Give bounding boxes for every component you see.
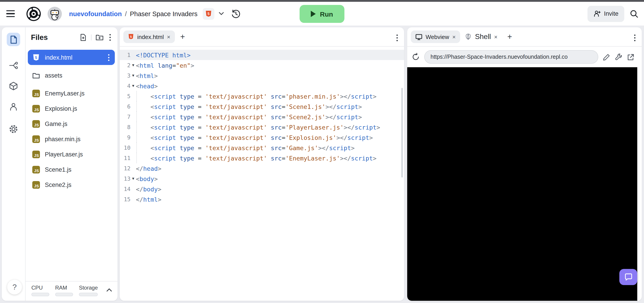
- rail-account-icon[interactable]: [7, 100, 20, 113]
- breadcrumb-org-link[interactable]: nuevofoundation: [69, 10, 122, 17]
- tab-webview[interactable]: Webview ×: [411, 30, 460, 43]
- refresh-icon[interactable]: [412, 53, 420, 61]
- code-line-9[interactable]: 9 <script type = 'text/javascript' src='…: [120, 132, 404, 143]
- code-line-8[interactable]: 8 <script type = 'text/javascript' src='…: [120, 122, 404, 132]
- new-pane-icon[interactable]: +: [508, 33, 512, 41]
- close-tab-icon[interactable]: ×: [167, 34, 170, 40]
- chat-button[interactable]: [619, 269, 637, 285]
- code-text: <script type = 'text/javascript' src='Ga…: [136, 144, 355, 151]
- run-button[interactable]: Run: [300, 5, 344, 23]
- code-text: <html>: [136, 72, 158, 79]
- editor-menu-kebab[interactable]: [396, 34, 399, 42]
- chat-bubble-icon: [624, 273, 632, 281]
- replit-logo[interactable]: [26, 6, 41, 21]
- code-line-7[interactable]: 7 <script type = 'text/javascript' src='…: [120, 112, 404, 122]
- webview-card: Webview × Shell × +: [407, 27, 642, 301]
- code-line-6[interactable]: 6 <script type = 'text/javascript' src='…: [120, 101, 404, 112]
- ram-label: RAM: [55, 285, 73, 291]
- editor-card: 5 index.html × + 1<!DOCTYPE html>2▼<html…: [120, 27, 404, 301]
- code-line-14[interactable]: 14</body>: [120, 184, 404, 194]
- editor-scrollbar[interactable]: [402, 88, 403, 178]
- code-line-5[interactable]: 5 <script type = 'text/javascript' src='…: [120, 91, 404, 101]
- file-row-index.html[interactable]: 5index.html: [28, 50, 115, 65]
- rail-version-control-icon[interactable]: [7, 59, 20, 72]
- line-number: 2: [120, 62, 130, 69]
- close-webview-icon[interactable]: ×: [452, 34, 456, 40]
- close-shell-icon[interactable]: ×: [494, 34, 497, 40]
- js-file-icon: JS: [32, 120, 40, 128]
- breadcrumb-separator: /: [125, 10, 127, 17]
- code-text: </html>: [136, 196, 162, 203]
- ram-meter-bar: [55, 293, 73, 296]
- code-line-11[interactable]: 11 <script type = 'text/javascript' src=…: [120, 153, 404, 163]
- breadcrumb-project-name[interactable]: Phaser Space Invaders: [130, 10, 197, 17]
- ram-meter: RAM: [55, 285, 73, 296]
- file-row-Explosion.js[interactable]: JSExplosion.js: [28, 101, 115, 116]
- code-line-3[interactable]: 3▼<html>: [120, 70, 404, 81]
- resources-footer: CPU RAM Storage: [25, 281, 118, 301]
- code-editor[interactable]: 1<!DOCTYPE html>2▼<html lang="en">3▼<htm…: [120, 47, 404, 301]
- file-row-Scene1.js[interactable]: JSScene1.js: [28, 162, 115, 177]
- new-folder-icon[interactable]: [96, 34, 104, 41]
- file-options-kebab[interactable]: [107, 53, 110, 62]
- invite-button[interactable]: Invite: [587, 5, 624, 22]
- code-text: <script type = 'text/javascript' src='ph…: [136, 93, 376, 100]
- new-file-icon[interactable]: [80, 33, 87, 41]
- hamburger-menu-icon[interactable]: [6, 7, 20, 20]
- file-row-EnemyLaser.js[interactable]: JSEnemyLaser.js: [28, 86, 115, 101]
- search-icon[interactable]: [630, 9, 638, 18]
- top-bar: nuevofoundation / Phaser Space Invaders …: [0, 2, 644, 25]
- code-text: <body>: [136, 175, 158, 182]
- svg-text:5: 5: [208, 12, 210, 15]
- shell-icon: [464, 33, 472, 40]
- indent-guide: [136, 101, 137, 112]
- file-row-assets[interactable]: assets: [28, 68, 115, 83]
- editor-tab-index-html[interactable]: 5 index.html ×: [123, 30, 175, 43]
- history-icon[interactable]: [231, 9, 241, 18]
- indent-guide: [136, 91, 137, 101]
- url-input[interactable]: https://Phaser-Space-Invaders.nuevofound…: [424, 50, 598, 64]
- indent-guide: [136, 143, 137, 153]
- edit-url-icon[interactable]: [603, 53, 610, 61]
- fold-toggle-icon[interactable]: ▼: [130, 63, 136, 67]
- fold-toggle-icon[interactable]: ▼: [130, 74, 136, 77]
- code-line-12[interactable]: 12</head>: [120, 163, 404, 173]
- code-line-10[interactable]: 10 <script type = 'text/javascript' src=…: [120, 143, 404, 153]
- rail-settings-icon[interactable]: [7, 122, 20, 136]
- file-row-Scene2.js[interactable]: JSScene2.js: [28, 177, 115, 192]
- open-in-new-tab-icon[interactable]: [627, 53, 634, 61]
- code-text: <script type = 'text/javascript' src='Pl…: [136, 123, 380, 131]
- code-text: </body>: [136, 185, 162, 193]
- storage-meter: Storage: [79, 285, 98, 296]
- code-text: <head>: [136, 82, 158, 89]
- chevron-up-icon[interactable]: [106, 288, 112, 292]
- new-tab-icon[interactable]: +: [180, 33, 185, 41]
- code-line-2[interactable]: 2▼<html lang="en">: [120, 60, 404, 70]
- user-avatar[interactable]: [48, 6, 62, 21]
- window-top-edge: [0, 0, 644, 2]
- files-menu-kebab[interactable]: [108, 33, 112, 41]
- fold-toggle-icon[interactable]: ▼: [130, 177, 136, 180]
- devtools-wrench-icon[interactable]: [615, 53, 622, 61]
- file-name: phaser.min.js: [45, 136, 110, 142]
- tab-shell[interactable]: Shell ×: [460, 30, 502, 43]
- rail-packages-icon[interactable]: [7, 79, 20, 93]
- chevron-down-icon[interactable]: [219, 12, 224, 15]
- file-row-PlayerLaser.js[interactable]: JSPlayerLaser.js: [28, 147, 115, 162]
- rail-files-icon[interactable]: [7, 33, 20, 46]
- webview-menu-kebab[interactable]: [633, 34, 636, 42]
- file-row-Game.js[interactable]: JSGame.js: [28, 116, 115, 131]
- code-line-1[interactable]: 1<!DOCTYPE html>: [120, 50, 404, 60]
- fold-toggle-icon[interactable]: ▼: [130, 84, 136, 88]
- code-line-13[interactable]: 13▼<body>: [120, 173, 404, 184]
- code-line-15[interactable]: 15</html>: [120, 194, 404, 204]
- code-text: <script type = 'text/javascript' src='Sc…: [136, 113, 362, 120]
- cpu-meter: CPU: [32, 285, 49, 296]
- code-text: <script type = 'text/javascript' src='Sc…: [136, 103, 362, 110]
- code-line-4[interactable]: 4▼<head>: [120, 81, 404, 91]
- project-language-badge[interactable]: 5: [203, 8, 214, 19]
- help-button[interactable]: ?: [7, 280, 22, 295]
- breadcrumb: nuevofoundation / Phaser Space Invaders: [69, 10, 198, 17]
- file-row-phaser.min.js[interactable]: JSphaser.min.js: [28, 131, 115, 147]
- code-text: <!DOCTYPE html>: [136, 51, 190, 58]
